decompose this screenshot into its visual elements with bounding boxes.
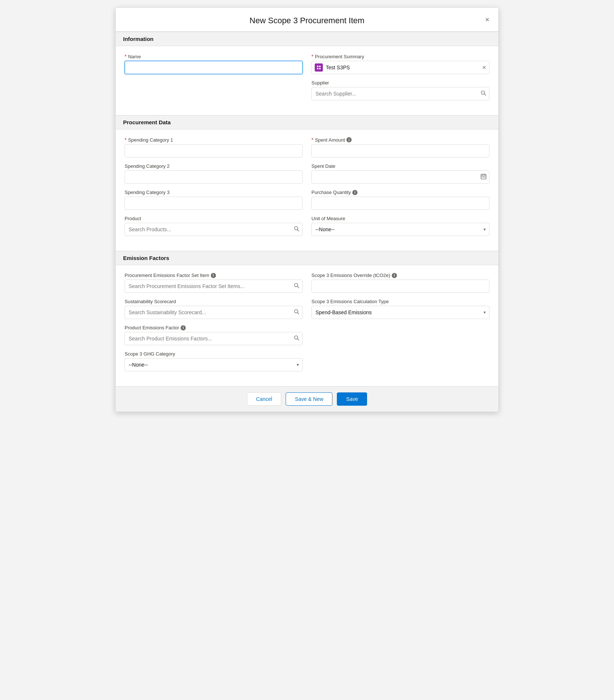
- scope3-calc-type-label-text: Scope 3 Emissions Calculation Type: [311, 299, 389, 304]
- sustainability-scorecard-group: Sustainability Scorecard: [125, 299, 303, 319]
- purchase-qty-label-text: Purchase Quantity: [311, 190, 351, 195]
- scope3-ghg-category-label-text: Scope 3 GHG Category: [125, 351, 175, 357]
- product-ef-input[interactable]: [125, 332, 303, 345]
- ef-row-1: Procurement Emissions Factor Set Item i: [125, 273, 489, 293]
- scope3-override-input[interactable]: [311, 280, 489, 293]
- spending-cat-1-input[interactable]: [125, 144, 303, 157]
- information-section-body: * Name * Procurement Summary: [116, 46, 498, 115]
- spending-cat-1-group: * Spending Category 1: [125, 137, 303, 157]
- ps-tag-icon: [315, 63, 323, 72]
- procurement-summary-clear-button[interactable]: ×: [482, 64, 486, 71]
- scope3-override-group: Scope 3 Emissions Override (tCO2e) i: [311, 273, 489, 293]
- product-search-icon[interactable]: [294, 226, 300, 233]
- spent-amount-label-text: Spent Amount: [315, 137, 345, 143]
- svg-line-18: [297, 313, 299, 314]
- emission-factors-body: Procurement Emissions Factor Set Item i: [116, 265, 498, 386]
- supplier-input[interactable]: [311, 87, 489, 100]
- pef-set-item-input[interactable]: [125, 280, 303, 293]
- sustainability-scorecard-input[interactable]: [125, 306, 303, 319]
- modal-header: New Scope 3 Procurement Item ×: [116, 8, 498, 32]
- information-row-1: * Name * Procurement Summary: [125, 53, 489, 74]
- scope3-calc-type-select[interactable]: Spend-Based Emissions: [311, 306, 489, 319]
- name-field-group: * Name: [125, 53, 303, 74]
- name-input[interactable]: [125, 61, 303, 74]
- scope3-override-label-text: Scope 3 Emissions Override (tCO2e): [311, 273, 390, 278]
- supplier-search-wrapper: [311, 87, 489, 100]
- spent-amount-input[interactable]: [311, 144, 489, 157]
- sustainability-scorecard-wrapper: [125, 306, 303, 319]
- svg-line-16: [297, 287, 299, 288]
- supplier-label-text: Supplier: [311, 80, 329, 86]
- spent-date-group: Spent Date: [311, 163, 489, 184]
- name-label: * Name: [125, 53, 303, 59]
- product-ef-label: Product Emissions Factor i: [125, 325, 303, 330]
- product-label-text: Product: [125, 216, 141, 221]
- modal-footer: Cancel Save & New Save: [116, 386, 498, 412]
- svg-rect-11: [483, 177, 484, 178]
- spent-date-calendar-icon[interactable]: [481, 174, 486, 181]
- spending-cat-2-label-text: Spending Category 2: [125, 163, 170, 169]
- scope3-calc-type-group: Scope 3 Emissions Calculation Type Spend…: [311, 299, 489, 319]
- unit-of-measure-label: Unit of Measure: [311, 216, 489, 221]
- product-ef-label-text: Product Emissions Factor: [125, 325, 179, 330]
- scope3-ghg-category-label: Scope 3 GHG Category: [125, 351, 303, 357]
- ps-required-star: *: [311, 53, 313, 59]
- supplier-search-icon[interactable]: [481, 90, 486, 97]
- save-and-new-button[interactable]: Save & New: [286, 392, 332, 406]
- svg-rect-2: [317, 68, 318, 69]
- supplier-label: Supplier: [311, 80, 489, 86]
- sa-required-star: *: [311, 137, 313, 143]
- sustainability-scorecard-search-icon[interactable]: [294, 309, 300, 316]
- svg-rect-1: [319, 66, 321, 67]
- product-ef-search-icon[interactable]: [294, 335, 300, 342]
- spent-amount-label: * Spent Amount i: [311, 137, 489, 143]
- modal-title: New Scope 3 Procurement Item: [125, 16, 489, 25]
- procurement-summary-field-group: * Procurement Summary: [311, 53, 489, 74]
- procurement-data-header: Procurement Data: [116, 115, 498, 129]
- emission-factors-section: Emission Factors Procurement Emissions F…: [116, 251, 498, 386]
- unit-of-measure-select[interactable]: --None--: [311, 223, 489, 236]
- scope3-ghg-category-group: Scope 3 GHG Category --None-- ▾: [125, 351, 303, 371]
- spent-amount-info-icon: i: [346, 137, 352, 142]
- spending-cat-3-label: Spending Category 3: [125, 190, 303, 195]
- spent-date-input[interactable]: [311, 170, 489, 184]
- spending-cat-3-input[interactable]: [125, 197, 303, 210]
- modal-container: New Scope 3 Procurement Item × Informati…: [115, 7, 499, 412]
- ef-row-2: Sustainability Scorecard: [125, 299, 489, 319]
- ef-row-3-empty: [311, 325, 489, 345]
- purchase-qty-group: Purchase Quantity i: [311, 190, 489, 210]
- procurement-summary-value: Test S3PS: [326, 65, 481, 70]
- scope3-override-info-icon: i: [392, 273, 397, 278]
- name-required-star: *: [125, 53, 126, 59]
- svg-line-14: [297, 230, 299, 231]
- pef-set-item-info-icon: i: [211, 273, 216, 278]
- pef-set-item-search-icon[interactable]: [294, 283, 300, 290]
- purchase-qty-label: Purchase Quantity i: [311, 190, 489, 195]
- spending-cat-3-group: Spending Category 3: [125, 190, 303, 210]
- spending-cat-2-label: Spending Category 2: [125, 163, 303, 169]
- purchase-qty-input[interactable]: [311, 197, 489, 210]
- pd-row-2: Spending Category 2 Spent Date: [125, 163, 489, 184]
- spending-cat-2-input[interactable]: [125, 170, 303, 184]
- information-row-2: Supplier: [125, 80, 489, 100]
- procurement-data-body: * Spending Category 1 * Spent Amount i: [116, 129, 498, 251]
- procurement-summary-input-row: Test S3PS ×: [311, 61, 489, 74]
- information-section-header: Information: [116, 32, 498, 46]
- spent-date-wrapper: [311, 170, 489, 184]
- close-button[interactable]: ×: [482, 14, 492, 25]
- scope3-ghg-category-select[interactable]: --None--: [125, 358, 303, 371]
- product-input[interactable]: [125, 223, 303, 236]
- name-label-text: Name: [128, 54, 141, 59]
- supplier-field-group: Supplier: [311, 80, 489, 100]
- save-button[interactable]: Save: [337, 392, 367, 406]
- spent-amount-group: * Spent Amount i: [311, 137, 489, 157]
- svg-rect-0: [317, 66, 318, 67]
- unit-of-measure-select-wrapper: --None-- ▾: [311, 223, 489, 236]
- cancel-button[interactable]: Cancel: [247, 392, 282, 406]
- svg-line-20: [297, 339, 299, 340]
- pef-set-item-wrapper: [125, 280, 303, 293]
- sustainability-scorecard-label: Sustainability Scorecard: [125, 299, 303, 304]
- procurement-summary-label-text: Procurement Summary: [315, 54, 364, 59]
- product-ef-info-icon: i: [181, 325, 186, 330]
- svg-rect-6: [481, 174, 486, 179]
